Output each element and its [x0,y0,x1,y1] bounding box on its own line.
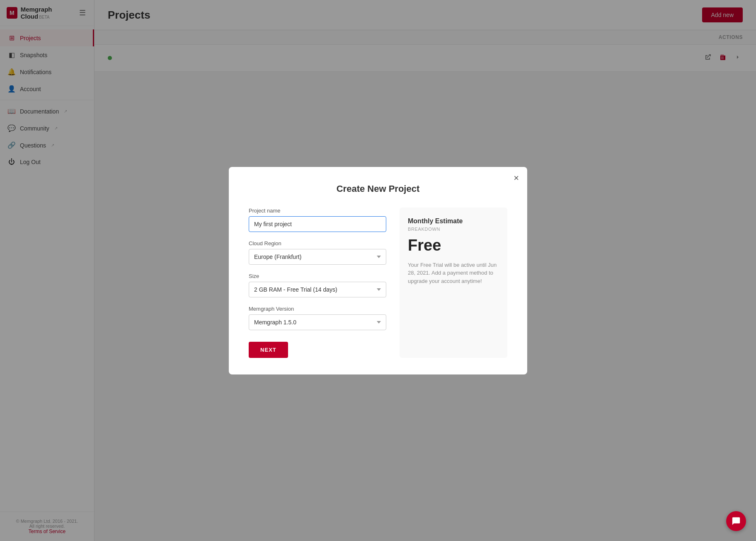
next-button[interactable]: NEXT [249,342,288,358]
modal-close-button[interactable]: × [514,174,519,183]
size-label: Size [249,273,386,279]
cloud-region-label: Cloud Region [249,240,386,246]
modal-body: Project name Cloud Region Europe (Frankf… [249,208,507,358]
estimate-price: Free [408,237,499,254]
modal-title: Create New Project [249,184,507,194]
memgraph-version-group: Memgraph Version Memgraph 1.5.0 Memgraph… [249,306,386,330]
project-name-input[interactable] [249,216,386,232]
estimate-breakdown-label: BREAKDOWN [408,227,499,232]
size-select[interactable]: 2 GB RAM - Free Trial (14 days) 4 GB RAM… [249,282,386,297]
memgraph-version-select[interactable]: Memgraph 1.5.0 Memgraph 1.4.0 Memgraph 1… [249,314,386,330]
size-group: Size 2 GB RAM - Free Trial (14 days) 4 G… [249,273,386,297]
project-name-group: Project name [249,208,386,232]
project-name-label: Project name [249,208,386,214]
cloud-region-group: Cloud Region Europe (Frankfurt) US East … [249,240,386,265]
monthly-estimate-panel: Monthly Estimate BREAKDOWN Free Your Fre… [400,208,507,358]
estimate-title: Monthly Estimate [408,217,499,225]
chat-bubble-button[interactable] [726,511,746,531]
modal-overlay[interactable]: × Create New Project Project name Cloud … [0,0,756,541]
estimate-description: Your Free Trial will be active until Jun… [408,261,499,285]
create-project-modal: × Create New Project Project name Cloud … [229,167,527,374]
cloud-region-select[interactable]: Europe (Frankfurt) US East (N. Virginia)… [249,249,386,265]
memgraph-version-label: Memgraph Version [249,306,386,312]
modal-form: Project name Cloud Region Europe (Frankf… [249,208,386,358]
